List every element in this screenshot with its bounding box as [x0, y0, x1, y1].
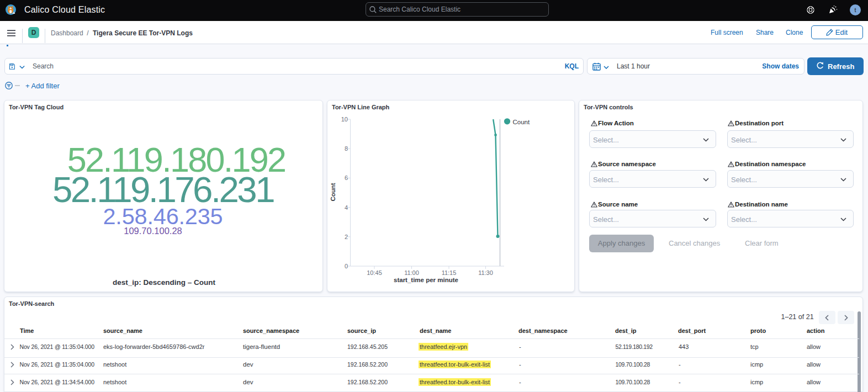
svg-text:4: 4 — [345, 204, 348, 211]
svg-text:11:30: 11:30 — [478, 269, 493, 276]
svg-text:6: 6 — [345, 174, 348, 181]
svg-text:10:45: 10:45 — [367, 269, 382, 276]
svg-text:11:15: 11:15 — [442, 269, 457, 276]
svg-text:8: 8 — [345, 145, 348, 152]
svg-text:0: 0 — [345, 263, 348, 269]
svg-text:Count: Count — [330, 183, 336, 201]
svg-text:2: 2 — [345, 234, 348, 240]
svg-text:Count: Count — [513, 119, 530, 125]
svg-text:10: 10 — [341, 116, 348, 123]
svg-text:start_time per minute: start_time per minute — [394, 277, 458, 283]
svg-text:11:00: 11:00 — [404, 269, 419, 276]
